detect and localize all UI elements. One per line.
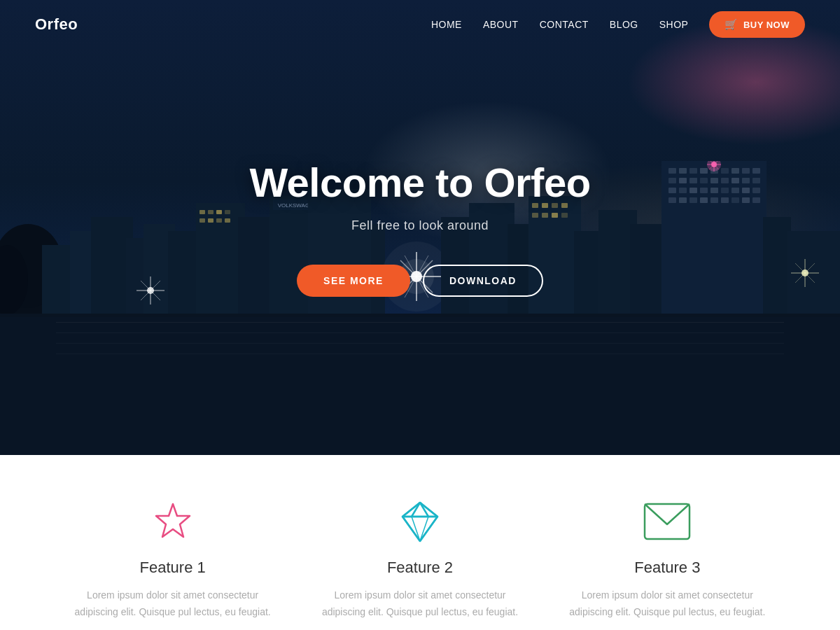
feature-item-1: Feature 1 Lorem ipsum dolor sit amet con… — [64, 497, 281, 621]
svg-rect-124 — [56, 343, 784, 344]
feature-1-title: Feature 1 — [64, 559, 281, 577]
svg-line-133 — [412, 517, 420, 541]
svg-rect-87 — [700, 188, 708, 193]
svg-rect-90 — [732, 188, 739, 193]
svg-rect-28 — [216, 210, 222, 214]
svg-marker-127 — [402, 503, 438, 541]
navbar: Orfeo HOME ABOUT CONTACT BLOG SHOP 🛒 BUY… — [0, 0, 840, 49]
feature-1-desc: Lorem ipsum dolor sit amet consectetur a… — [64, 587, 281, 621]
svg-rect-95 — [690, 197, 697, 203]
buy-now-button[interactable]: 🛒 BUY NOW — [709, 11, 805, 38]
svg-line-130 — [420, 517, 438, 541]
nav-about[interactable]: ABOUT — [483, 19, 519, 30]
svg-rect-82 — [742, 178, 750, 183]
feature-3-title: Feature 3 — [559, 559, 776, 577]
envelope-icon — [559, 497, 776, 546]
svg-rect-75 — [668, 178, 676, 183]
svg-line-129 — [402, 517, 420, 541]
svg-rect-80 — [721, 178, 729, 183]
hero-content: Welcome to Orfeo Fell free to look aroun… — [249, 159, 590, 297]
svg-rect-67 — [679, 168, 687, 174]
hero-buttons: SEE MORE DOWNLOAD — [249, 265, 590, 297]
svg-rect-32 — [216, 218, 222, 223]
svg-rect-98 — [721, 197, 729, 203]
see-more-button[interactable]: SEE MORE — [297, 265, 410, 297]
feature-2-title: Feature 2 — [312, 559, 528, 577]
svg-rect-122 — [56, 322, 784, 323]
svg-rect-84 — [668, 188, 676, 193]
svg-rect-81 — [732, 178, 739, 183]
svg-rect-73 — [742, 168, 750, 174]
svg-rect-31 — [208, 218, 214, 223]
svg-rect-86 — [690, 188, 697, 193]
svg-rect-120 — [0, 314, 840, 317]
download-button[interactable]: DOWNLOAD — [423, 265, 543, 297]
svg-rect-78 — [700, 178, 708, 183]
svg-rect-88 — [710, 188, 718, 193]
svg-rect-66 — [668, 168, 676, 174]
star-icon — [64, 497, 281, 546]
svg-rect-69 — [700, 168, 708, 174]
svg-rect-125 — [56, 354, 784, 354]
feature-3-desc: Lorem ipsum dolor sit amet consectetur a… — [559, 587, 776, 621]
svg-rect-89 — [721, 188, 729, 193]
svg-line-131 — [412, 503, 420, 517]
svg-rect-93 — [668, 197, 676, 203]
svg-rect-29 — [225, 210, 230, 214]
svg-rect-76 — [679, 178, 687, 183]
svg-rect-101 — [752, 197, 760, 203]
nav-shop[interactable]: SHOP — [659, 19, 689, 30]
svg-rect-123 — [56, 332, 784, 333]
svg-rect-92 — [752, 188, 760, 193]
features-section: Feature 1 Lorem ipsum dolor sit amet con… — [0, 455, 840, 630]
svg-rect-96 — [700, 197, 708, 203]
svg-rect-94 — [679, 197, 687, 203]
svg-rect-91 — [742, 188, 750, 193]
svg-rect-27 — [208, 210, 214, 214]
hero-title: Welcome to Orfeo — [249, 159, 590, 206]
svg-rect-72 — [732, 168, 739, 174]
svg-line-132 — [420, 503, 428, 517]
svg-rect-77 — [690, 178, 697, 183]
feature-2-desc: Lorem ipsum dolor sit amet consectetur a… — [312, 587, 528, 621]
nav-home[interactable]: HOME — [431, 19, 462, 30]
svg-rect-99 — [732, 197, 739, 203]
diamond-icon — [312, 497, 528, 546]
nav-contact[interactable]: CONTACT — [540, 19, 589, 30]
svg-rect-33 — [225, 218, 230, 223]
svg-rect-85 — [679, 188, 687, 193]
svg-rect-30 — [200, 218, 205, 223]
feature-item-2: Feature 2 Lorem ipsum dolor sit amet con… — [312, 497, 528, 621]
svg-rect-97 — [710, 197, 718, 203]
svg-marker-126 — [156, 504, 190, 537]
hero-section: VOLKSWAGEN — [0, 0, 840, 455]
svg-rect-68 — [690, 168, 697, 174]
svg-rect-65 — [662, 161, 766, 315]
svg-rect-121 — [0, 317, 840, 455]
svg-marker-128 — [402, 503, 438, 517]
feature-item-3: Feature 3 Lorem ipsum dolor sit amet con… — [559, 497, 776, 621]
brand-logo[interactable]: Orfeo — [35, 15, 78, 34]
svg-rect-83 — [752, 178, 760, 183]
nav-links: HOME ABOUT CONTACT BLOG SHOP 🛒 BUY NOW — [431, 11, 805, 38]
svg-rect-108 — [763, 217, 791, 315]
svg-rect-100 — [742, 197, 750, 203]
svg-rect-79 — [710, 178, 718, 183]
svg-rect-71 — [721, 168, 729, 174]
svg-rect-74 — [752, 168, 760, 174]
nav-blog[interactable]: BLOG — [610, 19, 638, 30]
hero-subtitle: Fell free to look around — [249, 218, 590, 233]
svg-line-134 — [420, 517, 428, 541]
cart-icon: 🛒 — [724, 18, 738, 31]
svg-rect-26 — [200, 210, 205, 214]
svg-rect-64 — [630, 224, 665, 315]
